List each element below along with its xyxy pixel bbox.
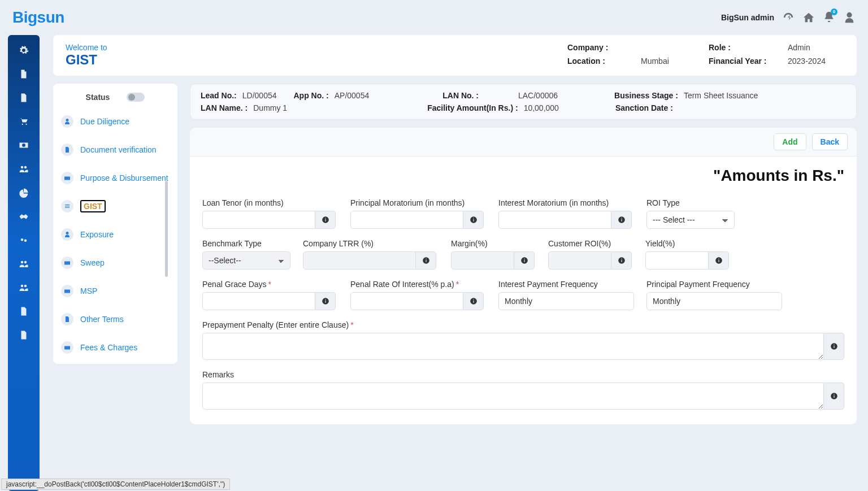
remarks-textarea[interactable] xyxy=(202,383,824,410)
interest-frequency-label: Interest Payment Frequency xyxy=(498,280,634,289)
cash-icon[interactable] xyxy=(19,140,29,150)
info-icon[interactable] xyxy=(709,251,729,270)
info-icon[interactable] xyxy=(611,211,632,229)
status-toggle[interactable] xyxy=(127,93,145,102)
fy-value: 2023-2024 xyxy=(788,57,844,66)
users-icon[interactable] xyxy=(19,164,29,174)
sidebar-item-label: Document verification xyxy=(80,145,157,154)
location-value: Mumbai xyxy=(641,57,709,66)
sidebar-item-purpose-disbursement[interactable]: Purpose & Disbursement xyxy=(53,164,177,192)
roi-type-label: ROI Type xyxy=(646,198,735,207)
info-icon[interactable] xyxy=(824,383,844,410)
svg-rect-16 xyxy=(621,260,622,262)
user-avatar-icon[interactable] xyxy=(843,11,856,24)
doc-icon[interactable] xyxy=(19,330,29,340)
benchmark-type-select[interactable]: --Select-- xyxy=(202,251,290,270)
info-icon[interactable] xyxy=(315,292,336,310)
status-item-icon xyxy=(61,144,73,156)
back-button[interactable]: Back xyxy=(812,133,848,150)
benchmark-type-label: Benchmark Type xyxy=(202,239,290,248)
lan-no-value: LAC/00006 xyxy=(518,91,558,100)
interest-frequency-input[interactable] xyxy=(498,292,634,310)
sidebar-item-other-terms[interactable]: Other Terms xyxy=(53,305,177,333)
company-ltrr-label: Company LTRR (%) xyxy=(303,239,439,248)
file-icon[interactable] xyxy=(19,69,29,79)
info-icon[interactable] xyxy=(315,211,336,229)
dashboard-icon[interactable] xyxy=(782,11,795,24)
meta-card: Lead No.: LD/00054 App No. : AP/00054 LA… xyxy=(190,84,857,120)
cart-icon[interactable] xyxy=(19,116,29,127)
team-icon[interactable] xyxy=(19,283,29,293)
penal-rate-input[interactable] xyxy=(350,292,463,310)
info-icon[interactable] xyxy=(611,251,632,270)
page-title: GIST xyxy=(66,52,107,68)
status-item-icon xyxy=(61,313,73,325)
company-value xyxy=(641,43,709,52)
principal-frequency-input[interactable] xyxy=(646,292,782,310)
sidebar-item-due-diligence[interactable]: Due Diligence xyxy=(53,107,177,136)
sidebar-item-gist[interactable]: GIST xyxy=(53,192,177,220)
home-icon[interactable] xyxy=(802,11,815,24)
sidebar-item-fees-charges[interactable]: Fees & Charges xyxy=(53,333,177,362)
roi-type-select[interactable]: --- Select --- xyxy=(646,211,735,229)
svg-rect-19 xyxy=(718,260,719,262)
sidebar-item-document-verification[interactable]: Document verification xyxy=(53,136,177,164)
page-icon[interactable] xyxy=(19,306,29,316)
status-item-icon xyxy=(61,228,73,241)
interest-moratorium-label: Interest Moratorium (in months) xyxy=(498,198,634,207)
svg-rect-1 xyxy=(325,219,326,221)
document-icon[interactable] xyxy=(19,93,29,103)
scrollbar[interactable] xyxy=(165,181,168,277)
info-icon[interactable] xyxy=(463,292,484,310)
remarks-label: Remarks xyxy=(202,370,844,379)
prepayment-penalty-textarea[interactable] xyxy=(202,333,824,360)
notifications-bell[interactable]: 0 xyxy=(823,11,835,25)
location-label: Location : xyxy=(567,57,641,66)
app-no-label: App No. : xyxy=(294,91,329,100)
gear-icon[interactable] xyxy=(19,45,29,55)
interest-moratorium-input[interactable] xyxy=(498,211,611,229)
sanction-date-label: Sanction Date : xyxy=(615,103,673,112)
loan-tenor-input[interactable] xyxy=(202,211,315,229)
svg-rect-11 xyxy=(426,259,426,259)
sidebar-item-sweep[interactable]: Sweep xyxy=(53,249,177,277)
svg-rect-4 xyxy=(473,219,474,221)
svg-rect-22 xyxy=(325,301,326,303)
principal-moratorium-input[interactable] xyxy=(350,211,463,229)
status-item-icon xyxy=(61,200,73,212)
lead-no-value: LD/00054 xyxy=(242,91,277,100)
company-label: Company : xyxy=(567,43,641,52)
lan-no-label: LAN No. : xyxy=(442,91,479,100)
facility-amount-label: Facility Amount(In Rs.) : xyxy=(427,103,518,112)
svg-rect-2 xyxy=(325,218,326,219)
company-ltrr-input[interactable] xyxy=(303,251,416,270)
prepayment-penalty-label: Prepayment Penalty (Enter entire Clause)… xyxy=(202,320,844,329)
group-icon[interactable] xyxy=(19,259,29,269)
sidebar-item-label: Purpose & Disbursement xyxy=(80,173,168,183)
add-button[interactable]: Add xyxy=(774,133,806,150)
customer-roi-label: Customer ROI(%) xyxy=(548,239,633,248)
pie-chart-icon[interactable] xyxy=(19,188,29,198)
status-item-icon xyxy=(61,115,73,128)
margin-input[interactable] xyxy=(451,251,514,270)
sidebar-item-exposure[interactable]: Exposure xyxy=(53,220,177,249)
gears-icon[interactable] xyxy=(19,235,29,245)
info-icon[interactable] xyxy=(824,333,844,360)
info-icon[interactable] xyxy=(514,251,535,270)
sidebar-item-msp[interactable]: MSP xyxy=(53,277,177,305)
brand-logo[interactable]: Bigsun xyxy=(12,8,64,27)
yield-input[interactable] xyxy=(645,251,709,270)
lan-name-value: Dummy 1 xyxy=(253,103,287,112)
svg-rect-20 xyxy=(718,259,719,259)
status-item-icon xyxy=(61,341,73,354)
handshake-icon[interactable] xyxy=(19,211,29,221)
status-title: Status xyxy=(86,93,110,102)
svg-rect-7 xyxy=(621,219,622,221)
margin-label: Margin(%) xyxy=(451,239,536,248)
info-icon[interactable] xyxy=(463,211,484,229)
info-icon[interactable] xyxy=(416,251,436,270)
lan-name-label: LAN Name. : xyxy=(201,103,248,112)
form-title: "Amounts in Rs." xyxy=(190,157,857,185)
penal-days-input[interactable] xyxy=(202,292,315,310)
customer-roi-input[interactable] xyxy=(548,251,611,270)
